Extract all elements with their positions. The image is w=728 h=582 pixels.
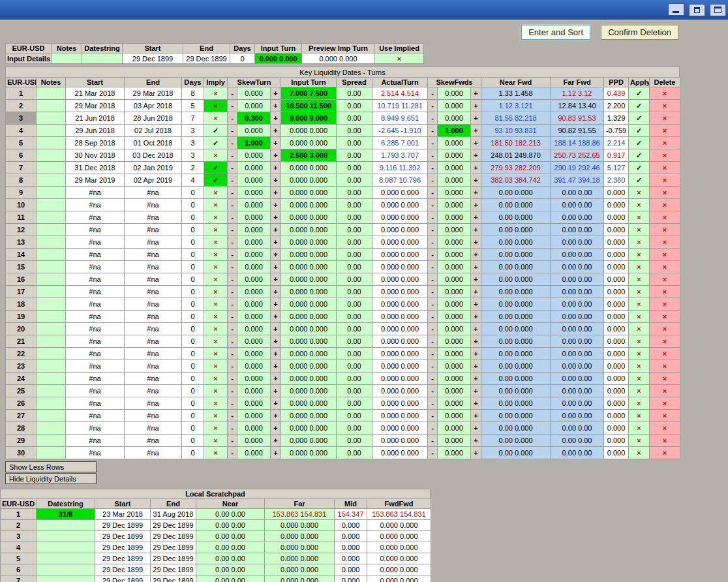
skewturn-minus-button[interactable]: - (228, 397, 237, 410)
delete-button[interactable]: × (650, 360, 680, 373)
skewturn-plus-button[interactable]: + (271, 410, 281, 422)
skewturn-plus-button[interactable]: + (271, 199, 281, 211)
apply-button[interactable]: ✓ (629, 87, 650, 100)
apply-button[interactable]: × (629, 286, 650, 298)
skewturn-minus-button[interactable]: - (228, 112, 237, 125)
delete-button[interactable]: × (650, 397, 680, 410)
start-date-cell[interactable]: 21 Mar 2018 (66, 87, 125, 100)
apply-button[interactable]: × (629, 422, 650, 435)
skewturn-plus-button[interactable]: + (271, 447, 281, 459)
imply-toggle[interactable]: × (204, 298, 228, 311)
skewturn-value[interactable]: 0.000 (237, 199, 271, 211)
imply-toggle[interactable]: ✓ (204, 162, 228, 174)
skewfwds-minus-button[interactable]: - (428, 447, 438, 459)
imply-toggle[interactable]: × (204, 286, 228, 298)
skewfwds-minus-button[interactable]: - (428, 174, 438, 187)
skewfwds-plus-button[interactable]: + (471, 187, 481, 199)
row-number[interactable]: 21 (6, 335, 37, 348)
skewfwds-minus-button[interactable]: - (428, 211, 438, 224)
use-implied-toggle[interactable]: × (375, 54, 424, 64)
skewfwds-value[interactable]: 0.000 (438, 236, 471, 249)
row-number[interactable]: 19 (6, 311, 37, 323)
skewturn-value[interactable]: 0.000 (237, 447, 271, 459)
skewturn-minus-button[interactable]: - (228, 100, 237, 112)
apply-button[interactable]: ✓ (629, 162, 650, 174)
skewturn-value[interactable]: 0.000 (237, 149, 271, 162)
skewfwds-plus-button[interactable]: + (471, 273, 481, 286)
start-date-cell[interactable]: #na (66, 435, 125, 447)
imply-toggle[interactable]: × (204, 236, 228, 249)
skewfwds-value[interactable]: 0.000 (438, 199, 471, 211)
notes-cell[interactable] (37, 311, 66, 323)
skewfwds-minus-button[interactable]: - (428, 199, 438, 211)
sp-row-number[interactable]: 6 (1, 564, 37, 575)
skewturn-value[interactable]: 0.000 (237, 100, 271, 112)
end-date-cell[interactable]: #na (125, 261, 182, 273)
row-number[interactable]: 14 (6, 249, 37, 261)
skewfwds-minus-button[interactable]: - (428, 149, 438, 162)
apply-button[interactable]: × (629, 261, 650, 273)
skewfwds-plus-button[interactable]: + (471, 447, 481, 459)
apply-button[interactable]: × (629, 447, 650, 459)
skewturn-value[interactable]: 0.000 (237, 211, 271, 224)
skewturn-minus-button[interactable]: - (228, 149, 237, 162)
row-number[interactable]: 26 (6, 397, 37, 410)
delete-button[interactable]: × (650, 286, 680, 298)
input-turn-cell[interactable]: 0.000 0.000 (281, 273, 337, 286)
imply-toggle[interactable]: × (204, 323, 228, 335)
skewfwds-plus-button[interactable]: + (471, 360, 481, 373)
start-date-cell[interactable]: #na (66, 261, 125, 273)
skewturn-value[interactable]: 0.000 (237, 360, 271, 373)
skewturn-plus-button[interactable]: + (271, 187, 281, 199)
apply-button[interactable]: × (629, 211, 650, 224)
end-date-cell[interactable]: 03 Apr 2018 (125, 100, 182, 112)
delete-button[interactable]: × (650, 137, 680, 149)
row-number[interactable]: 18 (6, 298, 37, 311)
skewturn-plus-button[interactable]: + (271, 335, 281, 348)
skewfwds-plus-button[interactable]: + (471, 100, 481, 112)
end-date-cell[interactable]: #na (125, 447, 182, 459)
skewturn-value[interactable]: 0.000 (237, 323, 271, 335)
sp-datestring-cell[interactable] (37, 531, 95, 542)
skewturn-plus-button[interactable]: + (271, 125, 281, 137)
skewfwds-minus-button[interactable]: - (428, 323, 438, 335)
imply-toggle[interactable]: × (204, 447, 228, 459)
skewturn-plus-button[interactable]: + (271, 211, 281, 224)
notes-cell[interactable] (37, 211, 66, 224)
skewturn-value[interactable]: 0.000 (237, 435, 271, 447)
start-date-cell[interactable]: #na (66, 373, 125, 385)
imply-toggle[interactable]: × (204, 224, 228, 236)
skewfwds-plus-button[interactable]: + (471, 224, 481, 236)
delete-button[interactable]: × (650, 199, 680, 211)
skewfwds-minus-button[interactable]: - (428, 87, 438, 100)
end-date-cell[interactable]: #na (125, 211, 182, 224)
skewturn-value[interactable]: 0.000 (237, 335, 271, 348)
imply-toggle[interactable]: ✓ (204, 137, 228, 149)
skewturn-plus-button[interactable]: + (271, 261, 281, 273)
start-date-cell[interactable]: #na (66, 447, 125, 459)
skewfwds-plus-button[interactable]: + (471, 87, 481, 100)
skewfwds-minus-button[interactable]: - (428, 273, 438, 286)
input-turn-cell[interactable]: 0.000 0.000 (281, 211, 337, 224)
notes-cell[interactable] (37, 447, 66, 459)
skewturn-minus-button[interactable]: - (228, 236, 237, 249)
apply-button[interactable]: × (629, 187, 650, 199)
delete-button[interactable]: × (650, 410, 680, 422)
input-turn-cell[interactable]: 0.000 0.000 (281, 236, 337, 249)
row-number[interactable]: 16 (6, 273, 37, 286)
input-turn-cell[interactable]: 0.000 0.000 (281, 137, 337, 149)
start-date-cell[interactable]: #na (66, 224, 125, 236)
apply-button[interactable]: × (629, 273, 650, 286)
start-date-cell[interactable]: #na (66, 335, 125, 348)
hide-liquidity-details-button[interactable]: Hide Liquidity Details (5, 473, 97, 484)
input-turn-cell[interactable]: 0.000 0.000 (281, 249, 337, 261)
imply-toggle[interactable]: × (204, 261, 228, 273)
start-date-cell[interactable]: #na (66, 199, 125, 211)
skewturn-plus-button[interactable]: + (271, 162, 281, 174)
start-date-cell[interactable]: 29 Jun 2018 (66, 125, 125, 137)
skewturn-minus-button[interactable]: - (228, 410, 237, 422)
input-turn-cell[interactable]: 0.000 0.000 (281, 335, 337, 348)
start-date-cell[interactable]: #na (66, 360, 125, 373)
skewfwds-minus-button[interactable]: - (428, 435, 438, 447)
apply-button[interactable]: ✓ (629, 174, 650, 187)
